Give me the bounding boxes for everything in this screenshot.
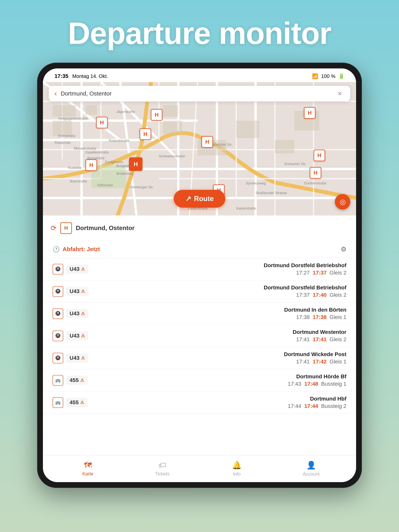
refresh-icon[interactable]: ⟳ — [51, 224, 57, 232]
line-number: U43 — [70, 288, 79, 294]
svg-text:Güntherstraße: Güntherstraße — [304, 181, 326, 185]
departure-times: 17:27 17:37 Gleis 2 — [95, 270, 346, 276]
destination-name: Dortmund Dorstfeld Betriebshof — [95, 262, 346, 268]
line-number: U43 — [70, 333, 79, 339]
svg-text:Schwanenstraße: Schwanenstraße — [159, 154, 185, 158]
departure-row[interactable]: 🚇 U43 ⚠ Dortmund Wickede Post 17:41 17:4… — [43, 347, 356, 369]
stop-marker-9[interactable]: H — [151, 109, 162, 121]
departure-times: 17:41 17:41 Gleis 2 — [95, 336, 346, 342]
station-stop-icon: H — [60, 222, 72, 234]
page-title: Departure monitor — [0, 15, 399, 51]
departure-list-container: 🕐 Abfahrt: Jetzt ⚙ 🚇 U43 ⚠ — [43, 241, 356, 455]
back-icon[interactable]: ‹ — [55, 89, 57, 98]
departure-row[interactable]: 🚌 455 ⚠ Dortmund Hbf 17:44 17:44 Busstei… — [43, 392, 356, 414]
svg-rect-32 — [275, 140, 294, 153]
departure-row[interactable]: 🚌 455 ⚠ Dortmund Hörde Bf 17:43 17:48 Bu… — [43, 369, 356, 392]
account-icon: 👤 — [306, 461, 316, 470]
status-date: Montag 14. Okt. — [72, 73, 108, 79]
departure-row[interactable]: 🚇 U43 ⚠ Dortmund In den Börten 17:38 17:… — [43, 303, 356, 325]
line-number: U43 — [70, 355, 79, 361]
svg-text:Münsterstraße: Münsterstraße — [74, 146, 96, 150]
line-badge: U43 ⚠ — [66, 265, 88, 274]
line-badge: U43 ⚠ — [66, 353, 88, 363]
svg-rect-26 — [53, 121, 72, 136]
svg-text:Buerstraße: Buerstraße — [70, 179, 87, 183]
departure-left: 🚇 U43 ⚠ — [53, 286, 95, 297]
tab-karte[interactable]: 🗺 Karte — [51, 461, 125, 476]
svg-text:Kuckeke: Kuckeke — [68, 166, 81, 170]
departure-left: 🚇 U43 ⚠ — [53, 264, 95, 274]
page-header: Departure monitor — [0, 0, 399, 63]
departure-rows: 🚇 U43 ⚠ Dortmund Dorstfeld Betriebshof 1… — [43, 258, 356, 455]
transport-icon: 🚌 — [53, 397, 63, 408]
tab-account[interactable]: 👤 Account — [274, 461, 348, 477]
line-badge: 455 ⚠ — [66, 376, 88, 385]
svg-rect-25 — [53, 105, 76, 117]
departure-row[interactable]: 🚇 U43 ⚠ Dortmund Dorstfeld Betriebshof 1… — [43, 258, 356, 280]
stop-marker-4[interactable]: H — [304, 107, 316, 119]
svg-text:Burgwall: Burgwall — [116, 164, 130, 168]
wifi-icon: 📶 — [312, 73, 318, 79]
svg-text:Zunigenoon: Zunigenoon — [105, 160, 123, 164]
stop-marker-2[interactable]: H — [139, 128, 151, 140]
stop-marker-5[interactable]: H — [314, 150, 325, 161]
departure-right: Dortmund In den Börten 17:38 17:38 Gleis… — [95, 307, 346, 320]
location-button[interactable]: ◎ — [335, 194, 350, 209]
departure-times: 17:37 17:40 Gleis 2 — [95, 292, 346, 298]
transport-icon: 🚇 — [53, 353, 63, 363]
battery-label: 100 % — [321, 73, 336, 79]
departure-left: 🚌 455 ⚠ — [53, 375, 95, 386]
departure-left: 🚇 U43 ⚠ — [53, 308, 95, 319]
line-number: 455 — [70, 377, 79, 383]
svg-text:Hamburger Str.: Hamburger Str. — [130, 185, 153, 189]
departure-left: 🚇 U43 ⚠ — [53, 330, 95, 341]
battery-icon: 🔋 — [338, 73, 344, 79]
departure-left: 🚌 455 ⚠ — [53, 397, 95, 408]
departure-times: 17:43 17:48 Bussteig 1 — [95, 381, 346, 387]
route-button[interactable]: ↗ Route — [174, 190, 225, 208]
stop-marker-3[interactable]: H — [202, 136, 213, 148]
karte-icon: 🗺 — [84, 461, 92, 469]
warning-icon: ⚠ — [80, 400, 84, 405]
departure-row[interactable]: 🚇 U43 ⚠ Dortmund Dorstfeld Betriebshof 1… — [43, 280, 356, 303]
transport-icon: 🚇 — [53, 264, 63, 274]
stop-marker-active[interactable]: H — [129, 157, 142, 171]
line-badge: 455 ⚠ — [66, 398, 88, 407]
tab-tickets[interactable]: 🏷 Tickets — [125, 461, 200, 476]
info-label: Info — [233, 471, 241, 477]
warning-icon: ⚠ — [81, 333, 85, 338]
location-icon: ◎ — [340, 198, 346, 206]
departure-row[interactable]: 🚇 U43 ⚠ Dortmund Westentor 17:41 17:41 G… — [43, 325, 356, 347]
filter-icon[interactable]: ⚙ — [341, 245, 346, 253]
svg-text:Ennischer Str.: Ennischer Str. — [285, 162, 306, 166]
transport-icon: 🚇 — [53, 286, 63, 297]
line-badge: U43 ⚠ — [66, 331, 88, 340]
device-screen: 17:35 Montag 14. Okt. 📶 100 % 🔋 — [43, 69, 356, 482]
svg-text:Stiftstraße: Stiftstraße — [97, 183, 113, 187]
search-bar[interactable]: ‹ Dortmund, Ostentor ✕ — [49, 86, 350, 101]
info-icon: 🔔 — [232, 461, 242, 470]
status-right: 📶 100 % 🔋 — [312, 73, 344, 79]
departure-times: 17:38 17:38 Gleis 1 — [95, 314, 346, 320]
tab-info[interactable]: 🔔 Info — [200, 461, 274, 477]
stop-marker-7[interactable]: H — [85, 159, 97, 171]
departure-right: Dortmund Hbf 17:44 17:44 Bussteig 2 — [95, 396, 346, 409]
departure-times: 17:44 17:44 Bussteig 2 — [95, 403, 346, 409]
clock-icon: 🕐 — [53, 246, 60, 253]
svg-rect-29 — [163, 121, 182, 134]
svg-text:Jägerstraße: Jägerstraße — [116, 110, 135, 114]
destination-name: Dortmund In den Börten — [95, 307, 346, 313]
svg-text:Syndeusweg: Syndeusweg — [246, 181, 266, 185]
svg-rect-28 — [163, 105, 178, 117]
close-button[interactable]: ✕ — [335, 89, 344, 98]
line-number: 455 — [70, 399, 79, 405]
warning-icon: ⚠ — [80, 378, 84, 383]
stop-marker-6[interactable]: H — [310, 167, 321, 179]
line-number: U43 — [70, 310, 79, 317]
transport-icon: 🚇 — [53, 308, 63, 319]
line-badge: U43 ⚠ — [66, 287, 88, 296]
departure-time-text: Abfahrt: Jetzt — [63, 246, 100, 253]
svg-text:Straßburder Strasse: Straßburder Strasse — [256, 191, 287, 195]
destination-name: Dortmund Dorstfeld Betriebshof — [95, 285, 346, 291]
stop-marker-1[interactable]: H — [96, 117, 108, 128]
